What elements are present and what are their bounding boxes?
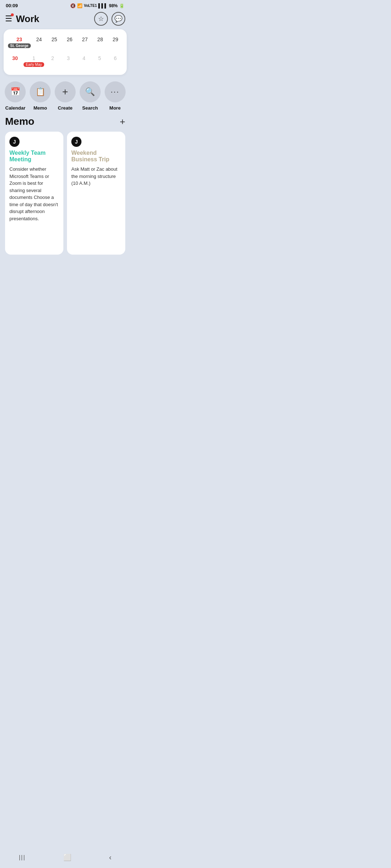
quick-action-more[interactable]: ··· More [105, 81, 126, 111]
create-action-icon: + [55, 81, 76, 102]
signal-icon: ▌▌▌ [98, 3, 108, 8]
cal-day-24[interactable]: 24 [31, 34, 47, 50]
chat-button[interactable]: 💬 [112, 12, 125, 26]
calendar-card: 23 St. George 24 25 26 27 28 29 30 1 Ear… [4, 29, 127, 75]
search-action-label: Search [82, 105, 98, 111]
header: ☰ Work ☆ 💬 [0, 10, 130, 29]
mute-icon: 🔇 [70, 3, 76, 8]
cal-day-25[interactable]: 25 [47, 34, 62, 50]
memo-card-1-title: Weekly Team Meeting [9, 150, 59, 163]
cal-day-28[interactable]: 28 [93, 34, 108, 50]
quick-action-create[interactable]: + Create [55, 81, 76, 111]
early-may-badge: Early May [24, 62, 44, 67]
calendar-week-2: 30 1 Early May 2 3 4 5 6 [7, 53, 123, 69]
memo-header: Memo + [5, 116, 125, 127]
status-time: 00:09 [6, 3, 18, 8]
page-title: Work [16, 13, 91, 25]
memo-action-label: Memo [33, 105, 47, 111]
header-actions: ☆ 💬 [94, 12, 125, 26]
quick-action-calendar[interactable]: 📅 Calendar [5, 81, 26, 111]
cal-day-5[interactable]: 5 [92, 53, 107, 69]
search-action-icon: 🔍 [80, 81, 101, 102]
hamburger-wrap[interactable]: ☰ [5, 14, 12, 24]
star-button[interactable]: ☆ [94, 12, 108, 26]
quick-actions: 📅 Calendar 📋 Memo + Create 🔍 Search ··· … [0, 75, 130, 114]
wifi-icon: 📶 [77, 3, 83, 8]
cal-day-26[interactable]: 26 [62, 34, 77, 50]
cal-day-27[interactable]: 27 [77, 34, 92, 50]
more-action-icon: ··· [105, 81, 126, 102]
calendar-action-icon: 📅 [5, 81, 26, 102]
memo-card-2-body: Ask Matt or Zac about the morning struct… [71, 166, 121, 187]
quick-action-memo[interactable]: 📋 Memo [30, 81, 51, 111]
battery-percent: 98% [109, 3, 118, 8]
cal-day-6[interactable]: 6 [108, 53, 123, 69]
memo-avatar-2: J [71, 137, 81, 147]
memo-section-title: Memo [5, 116, 34, 127]
battery-icon: 🔋 [119, 3, 125, 8]
status-bar: 00:09 🔇 📶 VoLTE1 ▌▌▌ 98% 🔋 [0, 0, 130, 10]
cal-day-29[interactable]: 29 [108, 34, 123, 50]
memo-action-icon: 📋 [30, 81, 51, 102]
memo-cards: J Weekly Team Meeting Consider whether M… [5, 132, 125, 255]
cal-day-1[interactable]: 1 Early May [23, 53, 45, 69]
st-george-badge: St. George [8, 43, 31, 48]
notification-dot [11, 13, 14, 16]
memo-card-2[interactable]: J Weekend Business Trip Ask Matt or Zac … [67, 132, 125, 255]
memo-avatar-1: J [9, 137, 20, 147]
calendar-week-1: 23 St. George 24 25 26 27 28 29 [7, 34, 123, 50]
memo-section: Memo + J Weekly Team Meeting Consider wh… [0, 114, 130, 258]
calendar-action-label: Calendar [5, 105, 26, 111]
cal-day-23[interactable]: 23 St. George [7, 34, 31, 50]
status-icons: 🔇 📶 VoLTE1 ▌▌▌ 98% 🔋 [70, 3, 125, 8]
memo-add-button[interactable]: + [120, 116, 125, 127]
memo-card-2-title: Weekend Business Trip [71, 150, 121, 163]
cal-day-4[interactable]: 4 [76, 53, 92, 69]
lte-icon: VoLTE1 [84, 4, 97, 8]
cal-day-3[interactable]: 3 [60, 53, 76, 69]
memo-card-1-body: Consider whether Microsoft Teams or Zoom… [9, 166, 59, 222]
memo-card-1[interactable]: J Weekly Team Meeting Consider whether M… [5, 132, 63, 255]
more-action-label: More [109, 105, 121, 111]
create-action-label: Create [58, 105, 72, 111]
cal-day-30[interactable]: 30 [7, 53, 23, 69]
quick-action-search[interactable]: 🔍 Search [80, 81, 101, 111]
cal-day-2[interactable]: 2 [45, 53, 60, 69]
